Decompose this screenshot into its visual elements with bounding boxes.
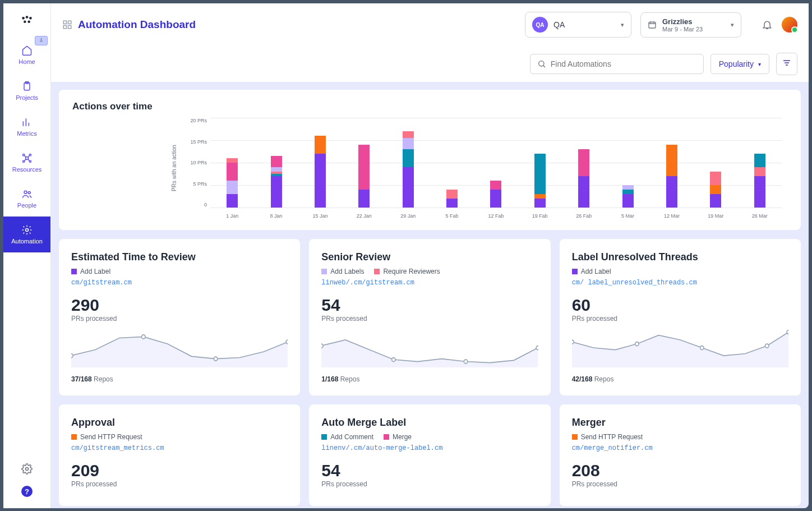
metric-label: PRs processed: [71, 315, 288, 323]
bar-column: [622, 185, 634, 208]
config-path: cm/gitstream_metrics.cm: [71, 444, 288, 452]
svg-point-28: [536, 346, 538, 350]
svg-point-27: [464, 360, 468, 363]
metric-value: 208: [572, 461, 788, 480]
metric-value: 54: [321, 461, 538, 480]
nav-metrics[interactable]: Metrics: [3, 109, 50, 145]
svg-point-1: [26, 16, 29, 19]
svg-point-10: [29, 160, 31, 162]
bar-column: [490, 181, 501, 208]
avatar[interactable]: [782, 17, 797, 33]
automation-card[interactable]: Estimated Time to ReviewAdd Labelcm/gits…: [59, 239, 300, 395]
svg-point-29: [572, 340, 574, 344]
bar-column: [403, 131, 414, 208]
metric-value: 290: [71, 296, 288, 315]
page-title: Automation Dashboard: [78, 19, 196, 31]
date-range-selector[interactable]: Grizzlies Mar 9 - Mar 23 ▾: [640, 12, 741, 38]
metric-value: 209: [71, 461, 288, 480]
automation-card[interactable]: MergerSend HTTP Requestcm/merge_notifier…: [560, 404, 801, 506]
svg-point-11: [24, 191, 27, 194]
grid-icon: [62, 20, 72, 30]
chevron-down-icon: ▾: [731, 21, 734, 29]
clipboard-icon: [21, 81, 33, 92]
repos-count: 1/168 Repos: [321, 375, 538, 383]
sparkline: [572, 328, 788, 367]
config-path: linenv/.cm/auto-merge-label.cm: [321, 444, 538, 452]
svg-point-12: [28, 191, 30, 194]
svg-point-30: [635, 342, 638, 346]
automation-card[interactable]: Label Unresolved ThreadsAdd Labelcm/ lab…: [560, 239, 801, 395]
bar-column: [446, 190, 458, 208]
metric-label: PRs processed: [572, 480, 788, 488]
svg-point-23: [214, 357, 217, 361]
search-icon: [537, 59, 546, 68]
automation-card[interactable]: Senior ReviewAdd LabelsRequire Reviewers…: [309, 239, 550, 395]
svg-point-13: [26, 229, 29, 232]
metric-label: PRs processed: [572, 315, 788, 323]
svg-point-26: [392, 358, 395, 362]
chevron-down-icon: ▾: [758, 61, 761, 67]
sort-icon: [782, 58, 791, 67]
chart-title: Actions over time: [72, 101, 787, 112]
chart-icon: [21, 117, 33, 128]
card-title: Estimated Time to Review: [71, 251, 288, 263]
nav-automation[interactable]: Automation: [3, 217, 50, 252]
settings-icon[interactable]: [21, 463, 33, 475]
home-icon: [21, 45, 33, 56]
nav-projects[interactable]: Projects: [3, 73, 50, 109]
search-input[interactable]: [551, 59, 696, 68]
svg-point-8: [29, 154, 31, 156]
svg-point-33: [787, 330, 788, 334]
nav-resources[interactable]: Resources: [3, 145, 50, 181]
action-tag: Add Comment: [321, 433, 373, 441]
metric-label: PRs processed: [71, 480, 288, 488]
config-path: cm/merge_notifier.cm: [572, 444, 788, 452]
bar-column: [710, 172, 721, 208]
nav: Home Projects Metrics Resources People A…: [3, 37, 50, 463]
svg-point-32: [765, 344, 768, 348]
resources-icon: [21, 153, 33, 164]
team-selector[interactable]: QA QA ▾: [525, 12, 631, 38]
bar-column: [315, 136, 326, 208]
svg-point-21: [71, 354, 73, 358]
card-title: Approval: [71, 417, 288, 429]
automation-card[interactable]: ApprovalSend HTTP Requestcm/gitstream_me…: [59, 404, 300, 506]
action-tag: Send HTTP Request: [71, 433, 142, 441]
card-title: Label Unresolved Threads: [572, 251, 788, 263]
svg-point-22: [142, 335, 145, 339]
metric-value: 54: [321, 296, 538, 315]
card-title: Auto Merge Label: [321, 417, 538, 429]
search-input-wrap[interactable]: [530, 54, 704, 74]
header: Automation Dashboard QA QA ▾ Grizzlies M…: [51, 3, 809, 46]
logo[interactable]: [3, 3, 50, 37]
bar-column: [227, 158, 238, 208]
automation-card[interactable]: Auto Merge LabelAdd CommentMergelinenv/.…: [309, 404, 550, 506]
svg-point-4: [27, 20, 30, 23]
svg-rect-17: [63, 26, 66, 29]
svg-point-25: [321, 344, 323, 348]
metric-label: PRs processed: [321, 480, 538, 488]
nav-people[interactable]: People: [3, 181, 50, 217]
svg-point-14: [26, 468, 29, 471]
bar-column: [534, 154, 546, 208]
sort-dropdown[interactable]: Popularity ▾: [710, 54, 769, 74]
svg-point-9: [23, 160, 25, 162]
bell-icon[interactable]: [762, 19, 773, 30]
calendar-icon: [648, 20, 657, 29]
svg-point-0: [22, 17, 25, 20]
bar-chart: PRs with an action 20 PRs15 PRs10 PRs5 P…: [182, 118, 787, 219]
bar-column: [271, 156, 282, 208]
actions-chart-panel: Actions over time PRs with an action 20 …: [59, 90, 801, 230]
help-icon[interactable]: ?: [21, 486, 33, 497]
metric-value: 60: [572, 296, 788, 315]
svg-point-7: [23, 154, 25, 156]
sort-direction-button[interactable]: [776, 53, 797, 75]
config-path: linweb/.cm/gitstream.cm: [321, 279, 538, 287]
sparkline: [321, 328, 538, 367]
bar-column: [754, 154, 765, 208]
bar-column: [358, 145, 370, 208]
action-tag: Send HTTP Request: [572, 433, 643, 441]
sidebar: Home Projects Metrics Resources People A…: [3, 3, 51, 508]
pin-icon[interactable]: [35, 36, 48, 45]
repos-count: 42/168 Repos: [572, 375, 788, 383]
